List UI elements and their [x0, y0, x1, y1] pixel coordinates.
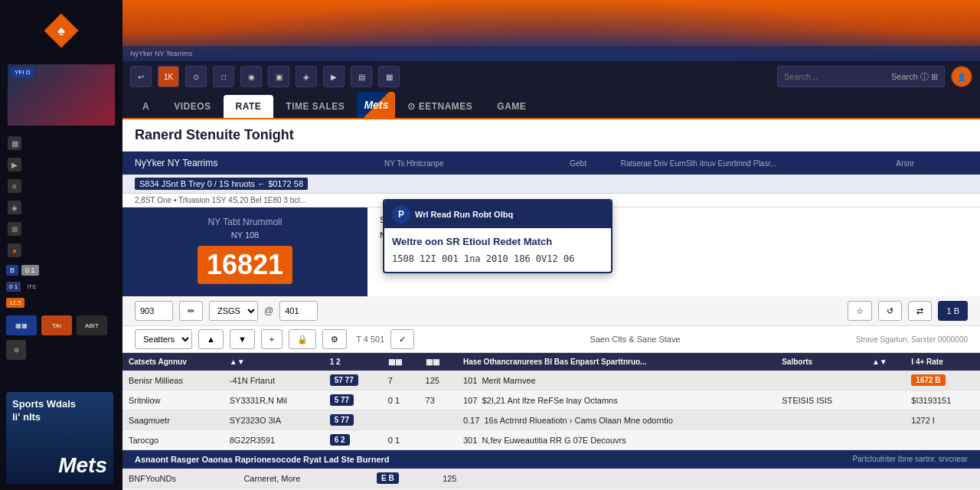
radio-button[interactable]: ◉ — [240, 66, 262, 87]
row-controls: ✏ ZSGS @ ☆ ↺ ⇄ 1 B — [122, 296, 980, 326]
sidebar-item-stats[interactable]: ≡ — [3, 176, 119, 196]
notification-popup: P Wrl Read Run Robt Olbq Weltre oon SR E… — [383, 199, 612, 273]
main-content: NyYker NY Tearrims ↩ 1K ⊙ □ ◉ ▣ ◈ ▶ ▤ ▦ … — [122, 0, 980, 490]
th-sort2[interactable]: ▲▼ — [866, 353, 905, 371]
badge-0[interactable]: 0 1 — [21, 265, 39, 276]
dashboard-icon: ▦ — [8, 136, 21, 150]
at-symbol: @ — [264, 305, 273, 316]
cell-sort — [866, 390, 905, 410]
search-input[interactable] — [784, 72, 891, 81]
nav-tabs: A VIDEOS RATE TIME SALES Mets ⊙ EETNAMES… — [122, 92, 980, 119]
back-button[interactable]: ↩ — [130, 66, 152, 87]
cell-id: Carneret, More — [237, 469, 371, 488]
sidebar-bottom: Sports Wdals li′ nIts Mets — [0, 386, 122, 490]
tab-videos[interactable]: VIDEOS — [162, 95, 223, 118]
notification-body: Weltre oon SR Etioul Redet Match 1508 12… — [384, 228, 611, 272]
notification-icon: P — [392, 205, 410, 224]
thumb-badge-1[interactable]: YFI D — [11, 67, 34, 77]
diamond-button[interactable]: ◈ — [296, 66, 317, 87]
tab-mets-logo[interactable]: Mets — [357, 92, 395, 118]
lines-button[interactable]: ▤ — [351, 66, 372, 87]
app-logo-icon[interactable]: ♠ — [44, 14, 79, 48]
tab-game[interactable]: GAME — [485, 95, 538, 118]
filter-check[interactable]: ✓ — [390, 329, 414, 349]
qty-input[interactable] — [135, 301, 173, 321]
1k-button[interactable]: 1K — [158, 66, 179, 87]
badge-score: 5 77 — [330, 414, 354, 426]
small-badge-red[interactable]: 12.5 — [6, 298, 24, 308]
user-icon-button[interactable]: 👤 — [951, 66, 972, 87]
th-name: Catsets Agnnuv — [122, 353, 224, 371]
sidebar-item-videos[interactable]: ▶ — [3, 155, 119, 175]
th-sort[interactable]: ▲▼ — [224, 353, 324, 371]
cell-g1: 0 1 — [382, 430, 420, 450]
section-title: NY Tabt Nrummoll — [208, 217, 283, 227]
team-col-desc: Ratserae Driv EurnSth itnuv Eunrtmnd Pla… — [621, 159, 890, 168]
tab-rate[interactable]: RATE — [224, 95, 274, 118]
team-badge-4[interactable]: ⊙ — [6, 340, 26, 360]
cell-g2 — [420, 410, 457, 430]
refresh-button[interactable]: ↺ — [878, 301, 902, 321]
filter-select[interactable]: Seatters — [135, 329, 192, 349]
toolbar: ↩ 1K ⊙ □ ◉ ▣ ◈ ▶ ▤ ▦ Search ⓘ ⊞ 👤 — [122, 61, 980, 92]
badge-score: 57 77 — [330, 374, 358, 386]
tab-time-sales[interactable]: TIME SALES — [273, 95, 357, 118]
sidebar-item-dashboard[interactable]: ▦ — [3, 133, 119, 153]
tab-eetnames[interactable]: ⊙ EETNAMES — [395, 95, 485, 118]
data-table: Catsets Agnnuv ▲▼ 1 2 ▦▦ ▦▦ Hase Othancr… — [122, 353, 980, 450]
filter-settings[interactable]: ⚙ — [322, 329, 347, 349]
team-name-cell: NyYker NY Tearrims — [135, 158, 372, 168]
th-12: 1 2 — [324, 353, 382, 371]
play-button[interactable]: ▶ — [323, 66, 345, 87]
price-input[interactable] — [279, 301, 318, 321]
cell-desc — [487, 469, 956, 488]
mets-logo-bottom: Mets — [58, 453, 107, 478]
sidebar-item-live[interactable]: ● — [3, 240, 119, 260]
badge-score: 6 2 — [330, 434, 350, 446]
sidebar-item-teams[interactable]: ◈ — [3, 198, 119, 217]
th-rate: I 4+ Rate — [905, 353, 980, 371]
search-icon: Search ⓘ ⊞ — [891, 71, 938, 83]
th-desc: Hase Othancranurees BI Bas Enpasrt Spart… — [457, 353, 776, 371]
badge-score: E B — [377, 472, 399, 484]
notification-body-text: 1508 12I 001 1na 2010 186 0V12 06 — [392, 253, 603, 264]
table-row: Tarocgo 8G22R3591 6 2 0 1 301 N,fev Euwe… — [122, 430, 980, 450]
cell-12: 6 2 — [324, 430, 382, 450]
team-badge-1[interactable]: ▦▦ — [6, 315, 37, 335]
cell-g2: 125 — [420, 371, 457, 390]
team-header-row: NyYker NY Tearrims NY Ts Hlntcranpe Gebt… — [122, 152, 980, 175]
cell-rate: 1272 I — [905, 410, 980, 430]
action-button[interactable]: 1 B — [938, 301, 968, 321]
sidebar-item-schedule[interactable]: ⊞ — [3, 219, 119, 239]
small-badge-1[interactable]: 0 1 — [6, 282, 21, 292]
cell-g2: 73 — [420, 390, 457, 410]
score-number: 16821 — [198, 246, 292, 284]
filter-up[interactable]: ▲ — [198, 329, 224, 349]
cell-g1: 0 1 — [382, 390, 420, 410]
square-button[interactable]: □ — [213, 66, 234, 87]
swap-button[interactable]: ⇄ — [908, 301, 932, 321]
arsnr-label: Arsnr — [896, 159, 968, 168]
schedule-icon: ⊞ — [8, 222, 21, 236]
edit-button[interactable]: ✏ — [179, 301, 203, 321]
table-row: BNFYouNDs Carneret, More E B 125 — [122, 469, 980, 488]
grid-button[interactable]: ▣ — [268, 66, 289, 87]
filter-add[interactable]: + — [261, 329, 283, 349]
banner-subtitle: NyYker NY Tearrims — [130, 50, 192, 57]
table-row: Benisr Millieas -41N Frtarut 57 77 7 125… — [122, 371, 980, 390]
data-table-2: BNFYouNDs Carneret, More E B 125 Bernrdo… — [122, 469, 980, 490]
team-badge-2[interactable]: TAI — [41, 315, 72, 335]
team-badge-3[interactable]: ABIT — [77, 315, 107, 335]
options-select[interactable]: ZSGS — [209, 301, 258, 321]
rp-value1: S834 JSnt B Trey 0 / 1S hruots ← $0172 5… — [135, 178, 308, 190]
score-left: NY Tabt Nrummoll NY 108 16821 — [122, 207, 368, 296]
filter-remove[interactable]: 🔒 — [289, 329, 316, 349]
circle-button[interactable]: ⊙ — [185, 66, 207, 87]
cell-g1 — [382, 410, 420, 430]
tab-a[interactable]: A — [130, 95, 162, 118]
grid2-button[interactable]: ▦ — [378, 66, 400, 87]
badge-b[interactable]: B — [6, 265, 18, 276]
filter-down[interactable]: ▼ — [230, 329, 255, 349]
filter-search-label: Saen Clts & Sane Stave — [420, 335, 849, 344]
star-button[interactable]: ☆ — [848, 301, 872, 321]
